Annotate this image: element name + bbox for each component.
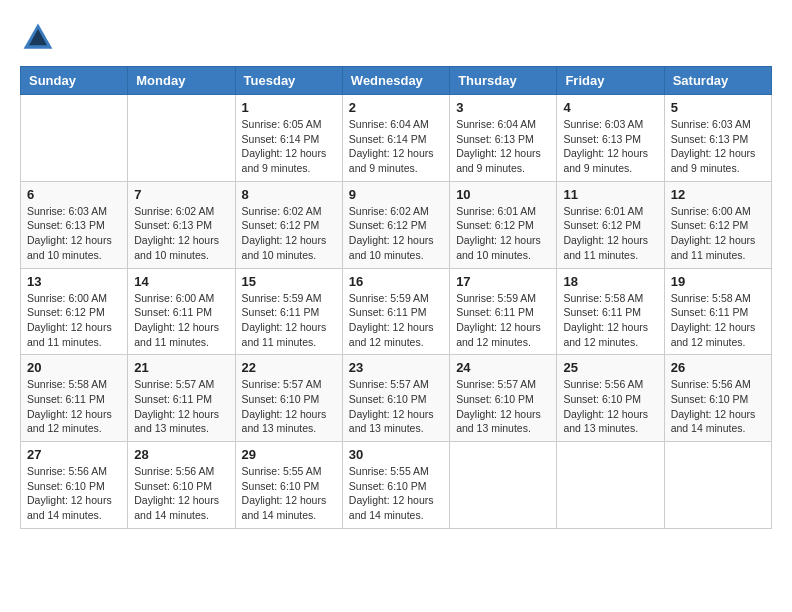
weekday-header: Tuesday: [235, 67, 342, 95]
calendar-cell: 23Sunrise: 5:57 AM Sunset: 6:10 PM Dayli…: [342, 355, 449, 442]
calendar-week-row: 1Sunrise: 6:05 AM Sunset: 6:14 PM Daylig…: [21, 95, 772, 182]
day-info: Sunrise: 6:03 AM Sunset: 6:13 PM Dayligh…: [27, 204, 121, 263]
calendar-cell: 9Sunrise: 6:02 AM Sunset: 6:12 PM Daylig…: [342, 181, 449, 268]
day-number: 25: [563, 360, 657, 375]
calendar-cell: 20Sunrise: 5:58 AM Sunset: 6:11 PM Dayli…: [21, 355, 128, 442]
day-info: Sunrise: 5:58 AM Sunset: 6:11 PM Dayligh…: [563, 291, 657, 350]
day-info: Sunrise: 5:58 AM Sunset: 6:11 PM Dayligh…: [671, 291, 765, 350]
day-info: Sunrise: 6:03 AM Sunset: 6:13 PM Dayligh…: [671, 117, 765, 176]
calendar-cell: 22Sunrise: 5:57 AM Sunset: 6:10 PM Dayli…: [235, 355, 342, 442]
calendar-cell: 14Sunrise: 6:00 AM Sunset: 6:11 PM Dayli…: [128, 268, 235, 355]
calendar-cell: 6Sunrise: 6:03 AM Sunset: 6:13 PM Daylig…: [21, 181, 128, 268]
day-info: Sunrise: 6:00 AM Sunset: 6:11 PM Dayligh…: [134, 291, 228, 350]
day-number: 3: [456, 100, 550, 115]
weekday-header: Friday: [557, 67, 664, 95]
day-number: 11: [563, 187, 657, 202]
day-number: 24: [456, 360, 550, 375]
day-info: Sunrise: 5:59 AM Sunset: 6:11 PM Dayligh…: [349, 291, 443, 350]
day-number: 4: [563, 100, 657, 115]
day-info: Sunrise: 6:04 AM Sunset: 6:14 PM Dayligh…: [349, 117, 443, 176]
calendar: SundayMondayTuesdayWednesdayThursdayFrid…: [20, 66, 772, 529]
day-info: Sunrise: 5:56 AM Sunset: 6:10 PM Dayligh…: [134, 464, 228, 523]
day-info: Sunrise: 6:00 AM Sunset: 6:12 PM Dayligh…: [27, 291, 121, 350]
day-number: 12: [671, 187, 765, 202]
day-number: 20: [27, 360, 121, 375]
calendar-cell: 7Sunrise: 6:02 AM Sunset: 6:13 PM Daylig…: [128, 181, 235, 268]
calendar-week-row: 27Sunrise: 5:56 AM Sunset: 6:10 PM Dayli…: [21, 442, 772, 529]
day-info: Sunrise: 6:01 AM Sunset: 6:12 PM Dayligh…: [563, 204, 657, 263]
weekday-header: Wednesday: [342, 67, 449, 95]
day-number: 26: [671, 360, 765, 375]
day-info: Sunrise: 5:58 AM Sunset: 6:11 PM Dayligh…: [27, 377, 121, 436]
calendar-cell: 8Sunrise: 6:02 AM Sunset: 6:12 PM Daylig…: [235, 181, 342, 268]
calendar-week-row: 6Sunrise: 6:03 AM Sunset: 6:13 PM Daylig…: [21, 181, 772, 268]
day-info: Sunrise: 6:03 AM Sunset: 6:13 PM Dayligh…: [563, 117, 657, 176]
day-info: Sunrise: 5:57 AM Sunset: 6:11 PM Dayligh…: [134, 377, 228, 436]
day-info: Sunrise: 5:57 AM Sunset: 6:10 PM Dayligh…: [242, 377, 336, 436]
calendar-cell: 5Sunrise: 6:03 AM Sunset: 6:13 PM Daylig…: [664, 95, 771, 182]
day-number: 2: [349, 100, 443, 115]
calendar-cell: 24Sunrise: 5:57 AM Sunset: 6:10 PM Dayli…: [450, 355, 557, 442]
day-info: Sunrise: 6:02 AM Sunset: 6:12 PM Dayligh…: [242, 204, 336, 263]
calendar-cell: 13Sunrise: 6:00 AM Sunset: 6:12 PM Dayli…: [21, 268, 128, 355]
day-number: 14: [134, 274, 228, 289]
calendar-cell: 17Sunrise: 5:59 AM Sunset: 6:11 PM Dayli…: [450, 268, 557, 355]
day-info: Sunrise: 6:02 AM Sunset: 6:13 PM Dayligh…: [134, 204, 228, 263]
calendar-cell: [128, 95, 235, 182]
calendar-cell: 15Sunrise: 5:59 AM Sunset: 6:11 PM Dayli…: [235, 268, 342, 355]
calendar-cell: 29Sunrise: 5:55 AM Sunset: 6:10 PM Dayli…: [235, 442, 342, 529]
day-number: 21: [134, 360, 228, 375]
weekday-header: Thursday: [450, 67, 557, 95]
calendar-cell: 3Sunrise: 6:04 AM Sunset: 6:13 PM Daylig…: [450, 95, 557, 182]
weekday-header: Monday: [128, 67, 235, 95]
day-number: 27: [27, 447, 121, 462]
day-info: Sunrise: 5:55 AM Sunset: 6:10 PM Dayligh…: [349, 464, 443, 523]
day-number: 16: [349, 274, 443, 289]
day-number: 30: [349, 447, 443, 462]
calendar-cell: 4Sunrise: 6:03 AM Sunset: 6:13 PM Daylig…: [557, 95, 664, 182]
day-number: 22: [242, 360, 336, 375]
calendar-cell: [21, 95, 128, 182]
day-info: Sunrise: 5:57 AM Sunset: 6:10 PM Dayligh…: [456, 377, 550, 436]
day-number: 23: [349, 360, 443, 375]
calendar-cell: 12Sunrise: 6:00 AM Sunset: 6:12 PM Dayli…: [664, 181, 771, 268]
day-info: Sunrise: 6:05 AM Sunset: 6:14 PM Dayligh…: [242, 117, 336, 176]
calendar-cell: 21Sunrise: 5:57 AM Sunset: 6:11 PM Dayli…: [128, 355, 235, 442]
day-info: Sunrise: 6:01 AM Sunset: 6:12 PM Dayligh…: [456, 204, 550, 263]
day-number: 28: [134, 447, 228, 462]
calendar-cell: 18Sunrise: 5:58 AM Sunset: 6:11 PM Dayli…: [557, 268, 664, 355]
calendar-cell: [664, 442, 771, 529]
day-info: Sunrise: 6:02 AM Sunset: 6:12 PM Dayligh…: [349, 204, 443, 263]
calendar-cell: 25Sunrise: 5:56 AM Sunset: 6:10 PM Dayli…: [557, 355, 664, 442]
day-number: 13: [27, 274, 121, 289]
weekday-header: Sunday: [21, 67, 128, 95]
day-info: Sunrise: 5:56 AM Sunset: 6:10 PM Dayligh…: [563, 377, 657, 436]
calendar-cell: 2Sunrise: 6:04 AM Sunset: 6:14 PM Daylig…: [342, 95, 449, 182]
logo-icon: [20, 20, 56, 56]
day-number: 15: [242, 274, 336, 289]
day-number: 19: [671, 274, 765, 289]
day-info: Sunrise: 6:04 AM Sunset: 6:13 PM Dayligh…: [456, 117, 550, 176]
weekday-header-row: SundayMondayTuesdayWednesdayThursdayFrid…: [21, 67, 772, 95]
day-info: Sunrise: 6:00 AM Sunset: 6:12 PM Dayligh…: [671, 204, 765, 263]
day-number: 1: [242, 100, 336, 115]
calendar-cell: 10Sunrise: 6:01 AM Sunset: 6:12 PM Dayli…: [450, 181, 557, 268]
day-info: Sunrise: 5:59 AM Sunset: 6:11 PM Dayligh…: [456, 291, 550, 350]
day-info: Sunrise: 5:56 AM Sunset: 6:10 PM Dayligh…: [671, 377, 765, 436]
calendar-cell: 30Sunrise: 5:55 AM Sunset: 6:10 PM Dayli…: [342, 442, 449, 529]
calendar-cell: 26Sunrise: 5:56 AM Sunset: 6:10 PM Dayli…: [664, 355, 771, 442]
calendar-cell: 28Sunrise: 5:56 AM Sunset: 6:10 PM Dayli…: [128, 442, 235, 529]
calendar-cell: 27Sunrise: 5:56 AM Sunset: 6:10 PM Dayli…: [21, 442, 128, 529]
day-number: 5: [671, 100, 765, 115]
day-number: 8: [242, 187, 336, 202]
day-number: 18: [563, 274, 657, 289]
day-number: 29: [242, 447, 336, 462]
calendar-cell: [557, 442, 664, 529]
page-header: [20, 20, 772, 56]
day-number: 17: [456, 274, 550, 289]
day-info: Sunrise: 5:59 AM Sunset: 6:11 PM Dayligh…: [242, 291, 336, 350]
calendar-week-row: 13Sunrise: 6:00 AM Sunset: 6:12 PM Dayli…: [21, 268, 772, 355]
day-info: Sunrise: 5:56 AM Sunset: 6:10 PM Dayligh…: [27, 464, 121, 523]
logo: [20, 20, 62, 56]
day-number: 10: [456, 187, 550, 202]
